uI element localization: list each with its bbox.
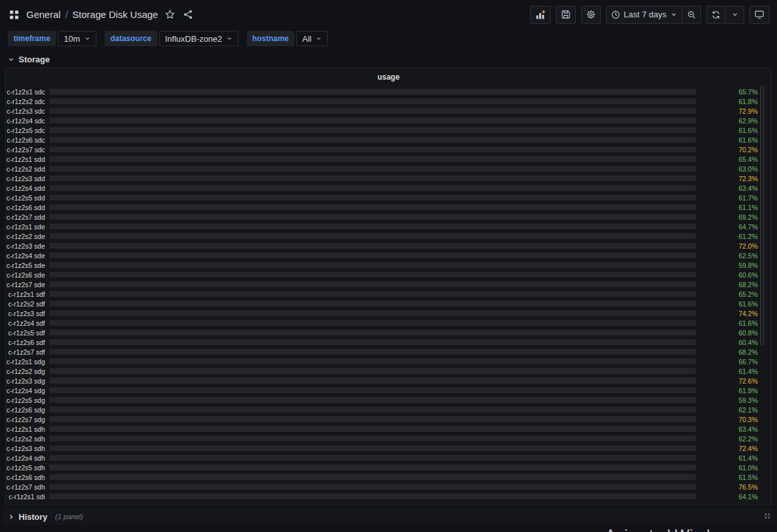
breadcrumb-folder[interactable]: General [26,9,60,20]
gauge-label: c-r1z2s3 sdf [6,310,49,317]
time-range-picker[interactable]: Last 7 days [606,6,683,24]
gauge-row: c-r1z2s2 sdc 61.8% [6,96,771,106]
gauge-label: c-r1z2s3 sdd [6,175,49,182]
variable-datasource: datasource InfluxDB-zone2 [105,31,238,46]
gauge-track [49,262,696,268]
gauge-row: c-r1z2s1 sdh 63.4% [6,424,771,434]
gauge-label: c-r1z2s4 sdc [6,117,49,125]
gauge-track [49,339,696,345]
gauge-row: c-r1z2s2 sdd 63.0% [6,164,771,173]
gauge-value: 59.3% [696,396,771,404]
gauge-track [49,310,696,316]
panel-scrollbar-thumb[interactable] [760,86,764,346]
gauge-row: c-r1z2s3 sdf 74.2% [6,308,771,318]
variable-timeframe: timeframe 10m [8,31,96,46]
gauge-label: c-r1z2s6 sde [6,271,49,279]
gauge-track [49,378,696,384]
gauge-track [49,301,696,306]
gauge-row: c-r1z2s1 sde 64.7% [6,222,771,231]
gauge-track [49,166,696,172]
gauge-row: c-r1z2s3 sde 72.0% [6,241,771,251]
gauge-value: 76.5% [696,483,771,491]
gauge-track [49,89,696,94]
page-title[interactable]: Storage Disk Usage [73,9,158,20]
gauge-row: c-r1z2s1 sdd 65.4% [6,154,771,164]
gauge-row: c-r1z2s6 sdh 61.5% [6,472,771,482]
chevron-down-icon [226,35,233,42]
gauge-label: c-r1z2s2 sdd [6,165,49,173]
gauge-row: c-r1z2s5 sdd 61.7% [6,193,771,202]
gauge-value: 68.2% [696,348,771,356]
gauge-label: c-r1z2s7 sdd [6,213,49,221]
gauge-label: c-r1z2s1 sdg [6,358,49,366]
gauge-track [49,368,696,374]
gauge-track [49,474,696,480]
variable-timeframe-value[interactable]: 10m [58,31,96,46]
gauge-label: c-r1z2s1 sdi [6,493,49,501]
gauge-row: c-r1z2s2 sdf 61.6% [6,299,771,308]
save-dashboard-button[interactable] [556,6,576,24]
gauge-value: 61.4% [696,454,771,462]
gauge-label: c-r1z2s5 sdc [6,127,49,134]
gauge-row: c-r1z2s1 sdc 65.7% [6,87,771,96]
gauge-track [49,416,696,422]
gauge-track [49,493,696,499]
refresh-button[interactable] [706,6,726,24]
zoom-out-time-button[interactable] [682,6,701,24]
gauge-track [49,224,696,229]
gauge-value: 62.1% [696,406,771,414]
gauge-row: c-r1z2s1 sdg 66.7% [6,357,771,366]
row-header-storage[interactable]: Storage [0,51,777,67]
cycle-view-mode-button[interactable] [749,6,769,24]
gauge-track [49,108,696,114]
gauge-row: c-r1z2s7 sdg 70.3% [6,414,771,424]
gauge-rows: c-r1z2s1 sdc 65.7% c-r1z2s2 sdc 61.8% c-… [6,85,771,501]
gauge-row: c-r1z2s4 sdg 61.9% [6,386,771,395]
gauge-label: c-r1z2s5 sdg [6,396,49,404]
chevron-down-icon [316,35,322,42]
gauge-label: c-r1z2s3 sdg [6,377,49,385]
variable-datasource-value[interactable]: InfluxDB-zone2 [159,31,238,46]
top-navbar: General / Storage Disk Usage [0,0,777,29]
gauge-label: c-r1z2s2 sdg [6,368,49,375]
variable-hostname: hostname All [247,31,328,46]
share-dashboard-button[interactable] [182,8,194,21]
time-range-label: Last 7 days [624,10,667,19]
gauge-track [49,146,696,152]
row-drag-handle[interactable] [765,513,770,519]
dashboards-grid-icon[interactable] [8,8,21,21]
gauge-row: c-r1z2s6 sdc 61.6% [6,135,771,145]
gauge-label: c-r1z2s4 sdg [6,387,49,395]
gauge-track [49,137,696,143]
gauge-track [49,272,696,278]
monitor-icon [755,10,764,19]
gauge-track [49,156,696,162]
add-panel-button[interactable] [530,6,551,24]
gauge-label: c-r1z2s1 sdc [6,88,49,96]
variable-hostname-label: hostname [247,31,295,46]
variable-hostname-value[interactable]: All [296,31,327,46]
gauge-track [49,387,696,393]
gauge-track [49,253,696,258]
gauge-row: c-r1z2s5 sdg 59.3% [6,395,771,405]
gauge-label: c-r1z2s5 sdd [6,194,49,202]
gauge-track [49,359,696,364]
gauge-track [49,118,696,123]
refresh-controls [706,6,744,24]
gear-icon [586,10,596,19]
refresh-interval-dropdown[interactable] [725,6,744,24]
panel-title[interactable]: usage [6,68,771,85]
chevron-down-icon [84,35,91,42]
dashboard-settings-button[interactable] [581,6,601,24]
star-dashboard-button[interactable] [164,8,176,21]
gauge-value: 66.7% [696,358,771,366]
gauge-value: 70.3% [696,416,771,423]
row-title-history: History [19,512,48,522]
row-header-history[interactable]: History (1 panel) [3,508,774,525]
gauge-value: 62.2% [696,435,771,443]
gauge-row: c-r1z2s4 sdh 61.4% [6,453,771,463]
gauge-row: c-r1z2s3 sdc 72.9% [6,106,771,116]
gauge-row: c-r1z2s5 sdh 61.0% [6,463,771,472]
zoom-out-icon [687,10,696,19]
gauge-label: c-r1z2s5 sde [6,262,49,269]
